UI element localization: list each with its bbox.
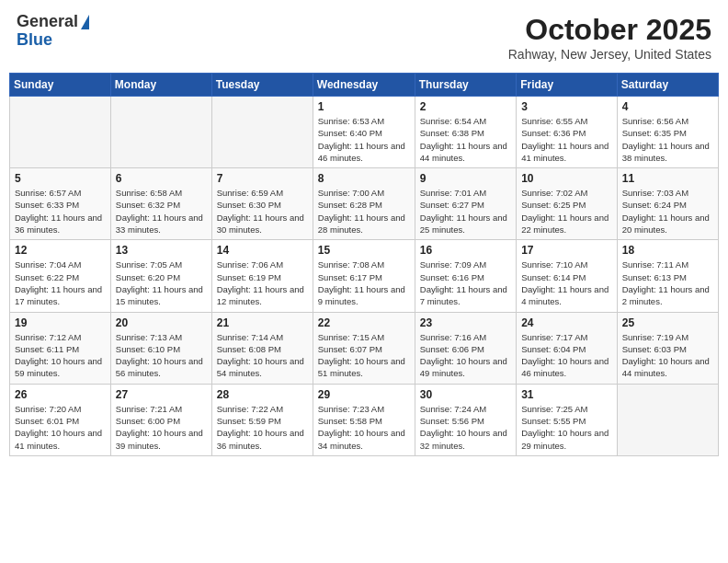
day-number: 14	[217, 244, 308, 257]
table-row: 21Sunrise: 7:14 AMSunset: 6:08 PMDayligh…	[211, 312, 313, 384]
day-info: Sunrise: 6:54 AMSunset: 6:38 PMDaylight:…	[420, 115, 511, 164]
col-sunday: Sunday	[10, 74, 111, 97]
logo-triangle-icon	[81, 15, 89, 29]
table-row: 16Sunrise: 7:09 AMSunset: 6:16 PMDayligh…	[415, 240, 516, 312]
col-tuesday: Tuesday	[211, 74, 313, 97]
day-info: Sunrise: 6:58 AMSunset: 6:32 PMDaylight:…	[116, 187, 207, 236]
day-info: Sunrise: 6:56 AMSunset: 6:35 PMDaylight:…	[622, 115, 713, 164]
day-info: Sunrise: 7:25 AMSunset: 5:55 PMDaylight:…	[521, 403, 612, 452]
table-row: 31Sunrise: 7:25 AMSunset: 5:55 PMDayligh…	[517, 384, 618, 455]
table-row: 24Sunrise: 7:17 AMSunset: 6:04 PMDayligh…	[517, 312, 618, 384]
day-info: Sunrise: 7:00 AMSunset: 6:28 PMDaylight:…	[318, 187, 410, 236]
day-number: 9	[420, 172, 511, 185]
day-number: 18	[622, 244, 713, 257]
calendar-week-row: 26Sunrise: 7:20 AMSunset: 6:01 PMDayligh…	[10, 384, 719, 455]
day-info: Sunrise: 7:06 AMSunset: 6:19 PMDaylight:…	[217, 259, 308, 307]
day-number: 27	[116, 388, 207, 401]
day-info: Sunrise: 6:57 AMSunset: 6:33 PMDaylight:…	[15, 187, 106, 236]
table-row: 19Sunrise: 7:12 AMSunset: 6:11 PMDayligh…	[10, 312, 111, 384]
day-number: 10	[521, 172, 612, 185]
day-number: 23	[420, 316, 511, 329]
day-info: Sunrise: 7:19 AMSunset: 6:03 PMDaylight:…	[622, 331, 713, 380]
table-row: 5Sunrise: 6:57 AMSunset: 6:33 PMDaylight…	[10, 168, 111, 240]
col-saturday: Saturday	[617, 74, 718, 97]
day-number: 21	[217, 316, 308, 329]
day-info: Sunrise: 7:10 AMSunset: 6:14 PMDaylight:…	[521, 259, 612, 307]
table-row: 9Sunrise: 7:01 AMSunset: 6:27 PMDaylight…	[415, 168, 516, 240]
table-row: 30Sunrise: 7:24 AMSunset: 5:56 PMDayligh…	[415, 384, 516, 455]
day-number: 17	[521, 244, 612, 257]
day-number: 24	[521, 316, 612, 329]
title-block: October 2025 Rahway, New Jersey, United …	[508, 13, 711, 62]
col-monday: Monday	[110, 74, 211, 97]
day-info: Sunrise: 7:23 AMSunset: 5:58 PMDaylight:…	[318, 403, 410, 452]
table-row: 12Sunrise: 7:04 AMSunset: 6:22 PMDayligh…	[10, 240, 111, 312]
table-row: 17Sunrise: 7:10 AMSunset: 6:14 PMDayligh…	[517, 240, 618, 312]
col-friday: Friday	[517, 74, 618, 97]
day-info: Sunrise: 7:13 AMSunset: 6:10 PMDaylight:…	[116, 331, 207, 380]
table-row: 7Sunrise: 6:59 AMSunset: 6:30 PMDaylight…	[211, 168, 313, 240]
day-number: 29	[318, 388, 410, 401]
day-info: Sunrise: 7:01 AMSunset: 6:27 PMDaylight:…	[420, 187, 511, 236]
table-row: 11Sunrise: 7:03 AMSunset: 6:24 PMDayligh…	[617, 168, 718, 240]
table-row: 25Sunrise: 7:19 AMSunset: 6:03 PMDayligh…	[617, 312, 718, 384]
table-row: 20Sunrise: 7:13 AMSunset: 6:10 PMDayligh…	[110, 312, 211, 384]
table-row: 2Sunrise: 6:54 AMSunset: 6:38 PMDaylight…	[415, 97, 516, 168]
table-row: 28Sunrise: 7:22 AMSunset: 5:59 PMDayligh…	[211, 384, 313, 455]
day-number: 3	[521, 100, 612, 113]
day-number: 11	[622, 172, 713, 185]
day-info: Sunrise: 7:21 AMSunset: 6:00 PMDaylight:…	[116, 403, 207, 452]
table-row	[110, 97, 211, 168]
day-info: Sunrise: 6:55 AMSunset: 6:36 PMDaylight:…	[521, 115, 612, 164]
day-info: Sunrise: 7:08 AMSunset: 6:17 PMDaylight:…	[318, 259, 410, 307]
day-number: 19	[15, 316, 106, 329]
day-info: Sunrise: 7:22 AMSunset: 5:59 PMDaylight:…	[217, 403, 308, 452]
day-info: Sunrise: 7:09 AMSunset: 6:16 PMDaylight:…	[420, 259, 511, 307]
day-info: Sunrise: 7:17 AMSunset: 6:04 PMDaylight:…	[521, 331, 612, 380]
day-number: 25	[622, 316, 713, 329]
day-info: Sunrise: 7:14 AMSunset: 6:08 PMDaylight:…	[217, 331, 308, 380]
table-row	[10, 97, 111, 168]
day-info: Sunrise: 6:59 AMSunset: 6:30 PMDaylight:…	[217, 187, 308, 236]
day-number: 28	[217, 388, 308, 401]
day-info: Sunrise: 7:12 AMSunset: 6:11 PMDaylight:…	[15, 331, 106, 380]
calendar-week-row: 12Sunrise: 7:04 AMSunset: 6:22 PMDayligh…	[10, 240, 719, 312]
table-row	[211, 97, 313, 168]
table-row: 29Sunrise: 7:23 AMSunset: 5:58 PMDayligh…	[313, 384, 415, 455]
calendar-table: Sunday Monday Tuesday Wednesday Thursday…	[9, 73, 719, 456]
table-row: 15Sunrise: 7:08 AMSunset: 6:17 PMDayligh…	[313, 240, 415, 312]
col-thursday: Thursday	[415, 74, 516, 97]
day-number: 16	[420, 244, 511, 257]
day-number: 31	[521, 388, 612, 401]
logo-general-text: General	[17, 13, 78, 31]
table-row: 13Sunrise: 7:05 AMSunset: 6:20 PMDayligh…	[110, 240, 211, 312]
day-number: 15	[318, 244, 410, 257]
table-row: 26Sunrise: 7:20 AMSunset: 6:01 PMDayligh…	[10, 384, 111, 455]
day-info: Sunrise: 7:04 AMSunset: 6:22 PMDaylight:…	[15, 259, 106, 307]
day-number: 30	[420, 388, 511, 401]
day-number: 1	[318, 100, 410, 113]
calendar-header-row: Sunday Monday Tuesday Wednesday Thursday…	[10, 74, 719, 97]
day-number: 6	[116, 172, 207, 185]
calendar-title: October 2025	[508, 13, 711, 47]
col-wednesday: Wednesday	[313, 74, 415, 97]
calendar-week-row: 19Sunrise: 7:12 AMSunset: 6:11 PMDayligh…	[10, 312, 719, 384]
day-number: 4	[622, 100, 713, 113]
table-row: 10Sunrise: 7:02 AMSunset: 6:25 PMDayligh…	[517, 168, 618, 240]
day-number: 12	[15, 244, 106, 257]
table-row: 1Sunrise: 6:53 AMSunset: 6:40 PMDaylight…	[313, 97, 415, 168]
logo: General Blue	[17, 13, 89, 50]
day-number: 2	[420, 100, 511, 113]
day-number: 26	[15, 388, 106, 401]
day-number: 22	[318, 316, 410, 329]
table-row: 27Sunrise: 7:21 AMSunset: 6:00 PMDayligh…	[110, 384, 211, 455]
page-header: General Blue October 2025 Rahway, New Je…	[9, 9, 719, 65]
logo-blue-text: Blue	[17, 30, 52, 49]
day-number: 13	[116, 244, 207, 257]
table-row: 3Sunrise: 6:55 AMSunset: 6:36 PMDaylight…	[517, 97, 618, 168]
table-row: 4Sunrise: 6:56 AMSunset: 6:35 PMDaylight…	[617, 97, 718, 168]
day-info: Sunrise: 7:05 AMSunset: 6:20 PMDaylight:…	[116, 259, 207, 307]
table-row: 8Sunrise: 7:00 AMSunset: 6:28 PMDaylight…	[313, 168, 415, 240]
table-row: 18Sunrise: 7:11 AMSunset: 6:13 PMDayligh…	[617, 240, 718, 312]
day-number: 7	[217, 172, 308, 185]
